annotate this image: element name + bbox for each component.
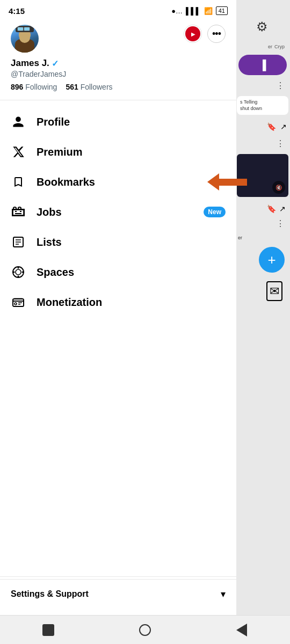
svg-rect-12 [14,298,23,299]
more-options-button[interactable]: ••• [207,25,226,43]
svg-point-7 [18,267,19,269]
circle-icon [139,624,151,636]
monetization-icon [11,295,26,310]
bookmark-action-icon[interactable]: 🔖 [267,122,276,131]
svg-point-6 [16,269,21,275]
svg-point-9 [13,272,15,273]
bookmark-icon [11,174,26,189]
followers-label: Followers [81,83,113,91]
feed-card-actions-4: ⋮ [237,218,287,229]
person-icon [11,114,26,129]
compose-area: + [237,247,287,279]
feed-card-actions-3: 🔖 ↗ [237,202,287,213]
svg-rect-0 [13,210,24,215]
square-icon [42,624,54,636]
signal-icon: ▌▌▌ [186,7,201,15]
gear-icon[interactable]: ⚙ [237,19,287,34]
x-icon [11,144,26,159]
jobs-new-badge: New [204,207,226,217]
wifi-icon: ●… [171,7,183,15]
status-bar: 4:15 ●… ▌▌▌ 📶 41 [0,0,236,19]
followers-count: 561 [66,83,78,91]
avatar[interactable] [11,25,39,53]
bookmark-action-icon-2[interactable]: 🔖 [267,204,276,213]
sidebar-item-lists[interactable]: Lists [0,227,236,257]
premium-banner[interactable]: ▐ [238,55,287,75]
chevron-down-icon: ▾ [221,588,226,600]
feed-card-actions-1: ⋮ [237,80,287,91]
bottom-navigation [0,615,290,644]
home-button[interactable] [39,620,58,640]
arrow-body [219,179,247,186]
header-icons: ••• [184,25,226,43]
user-info: James J. ✓ @TraderJamesJ 896 Following 5… [11,58,226,91]
user-handle: @TraderJamesJ [11,70,226,78]
sidebar-item-bookmarks[interactable]: Bookmarks [0,167,236,197]
navigation-drawer: 4:15 ●… ▌▌▌ 📶 41 [0,0,236,644]
add-account-button[interactable] [184,25,202,43]
more-dots-icon-2[interactable]: ⋮ [276,138,286,149]
followers-stat[interactable]: 561 Followers [66,83,112,91]
status-time: 4:15 [9,6,25,16]
navigate-back-button[interactable] [232,620,251,640]
sidebar-item-jobs[interactable]: Jobs New [0,197,236,227]
sidebar-item-profile[interactable]: Profile [0,107,236,137]
battery-icon: 41 [216,6,228,15]
settings-support-label: Settings & Support [11,589,89,599]
user-display-name: James J. [11,58,49,69]
jobs-label: Jobs [37,206,193,218]
messages-icon-area: ✉ [237,284,287,298]
feed-card-action-row: 🔖 ↗ [237,120,287,133]
user-name: James J. ✓ [11,58,226,69]
status-icons: ●… ▌▌▌ 📶 41 [171,6,228,15]
spaces-label: Spaces [37,266,226,279]
spaces-icon [11,265,26,280]
svg-point-13 [15,303,17,305]
profile-label: Profile [37,116,226,128]
following-label: Following [25,83,57,91]
menu-list: Profile Premium Bookmarks [0,103,236,574]
share-action-icon[interactable]: ↗ [280,122,287,131]
mute-icon[interactable]: 🔇 [272,181,285,194]
arrow-indicator [207,173,247,191]
more-dots-vertical-icon: ••• [212,28,221,40]
following-count: 896 [11,83,23,91]
bookmarks-label: Bookmarks [37,176,226,188]
triangle-icon [236,624,247,636]
arrow-head-icon [207,173,219,191]
lists-label: Lists [37,236,226,248]
more-dots-icon[interactable]: ⋮ [276,80,286,91]
feed-card-actions-2: ⋮ [237,138,287,149]
feed-tabs: er Cryp [237,44,287,49]
feed-card-label: er [237,234,287,241]
feed-card-text: s Tellingshut down [240,99,285,112]
compose-button[interactable]: + [259,247,285,273]
drawer-header-top: ••• [11,25,226,53]
tab-crypto: Cryp [274,44,285,49]
header-divider [0,100,236,100]
add-account-icon [185,26,200,41]
user-stats: 896 Following 561 Followers [11,83,226,91]
svg-point-10 [22,272,24,273]
drawer-header: ••• James J. ✓ @TraderJamesJ 896 Followi… [0,19,236,98]
following-stat[interactable]: 896 Following [11,83,57,91]
settings-section: Settings & Support ▾ [0,579,236,609]
sidebar-item-premium[interactable]: Premium [0,137,236,167]
svg-point-8 [18,276,19,277]
back-button[interactable] [135,620,155,640]
messages-icon[interactable]: ✉ [266,281,282,301]
share-action-icon-2[interactable]: ↗ [279,204,286,213]
menu-divider [0,576,236,577]
premium-label: Premium [37,146,226,158]
feed-background: ⚙ er Cryp ▐ ⋮ s Tellingshut down 🔖 ↗ ⋮ 🔇… [234,0,290,644]
wifi-signal-icon: 📶 [204,7,213,15]
jobs-icon [11,204,26,219]
settings-support-row[interactable]: Settings & Support ▾ [11,588,226,600]
verified-badge-icon: ✓ [52,58,59,69]
more-dots-icon-3[interactable]: ⋮ [276,218,286,229]
monetization-label: Monetization [37,296,226,309]
sidebar-item-spaces[interactable]: Spaces [0,257,236,287]
lists-icon [11,235,26,250]
feed-card-1: s Tellingshut down [237,96,288,115]
sidebar-item-monetization[interactable]: Monetization [0,287,236,317]
